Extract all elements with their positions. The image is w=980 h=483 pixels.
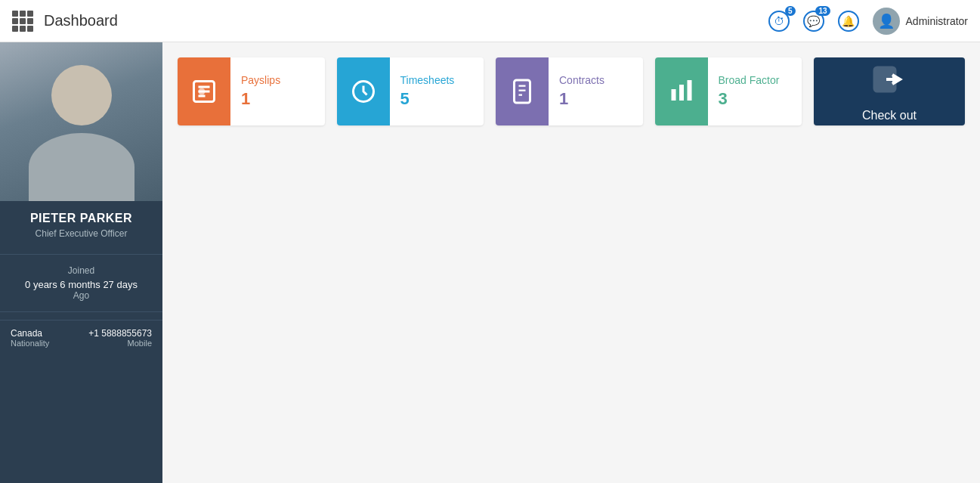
- clock-icon-wrap[interactable]: ⏱ 5: [768, 11, 790, 32]
- header: Dashboard ⏱ 5 💬 13 🔔 👤 Administrator: [0, 0, 980, 42]
- contracts-icon: [496, 57, 549, 125]
- checkout-icon: [871, 61, 907, 104]
- mobile-label: Mobile: [88, 339, 152, 348]
- grid-menu-icon[interactable]: [12, 11, 33, 32]
- profile-contact: Canada Nationality +1 5888855673 Mobile: [0, 320, 162, 355]
- joined-label: Joined: [8, 265, 155, 276]
- profile-title: Chief Executive Officer: [8, 228, 155, 239]
- nationality-label: Nationality: [11, 339, 49, 348]
- profile-name: PIETER PARKER: [8, 212, 155, 225]
- payslips-value: 1: [241, 89, 280, 109]
- timesheets-body: Timesheets 5: [390, 67, 465, 116]
- payslips-icon: [178, 57, 230, 125]
- admin-name: Administrator: [906, 15, 968, 27]
- checkout-label: Check out: [862, 109, 917, 122]
- nationality-info: Canada Nationality: [11, 328, 49, 348]
- contracts-body: Contracts 1: [549, 67, 615, 116]
- payslips-card[interactable]: Payslips 1: [178, 57, 325, 125]
- profile-photo: [0, 42, 162, 201]
- mobile-value: +1 5888855673: [88, 328, 152, 339]
- svg-rect-12: [687, 80, 691, 101]
- page-title: Dashboard: [44, 12, 768, 29]
- header-icons: ⏱ 5 💬 13 🔔 👤 Administrator: [768, 8, 968, 35]
- sidebar: PIETER PARKER Chief Executive Officer Jo…: [0, 42, 162, 483]
- profile-info: PIETER PARKER Chief Executive Officer: [0, 201, 162, 246]
- broad-factor-icon: [655, 57, 708, 125]
- mobile-info: +1 5888855673 Mobile: [88, 328, 152, 348]
- broad-factor-value: 3: [719, 89, 780, 109]
- payslips-body: Payslips 1: [230, 67, 291, 116]
- timesheets-label: Timesheets: [400, 74, 455, 86]
- content-area: Payslips 1 Timesheets 5: [162, 42, 980, 483]
- joined-value: 0 years 6 months 27 days: [8, 279, 155, 290]
- chat-icon-wrap[interactable]: 💬 13: [803, 11, 824, 32]
- bell-icon: 🔔: [838, 11, 859, 32]
- contracts-card[interactable]: Contracts 1: [496, 57, 643, 125]
- admin-section[interactable]: 👤 Administrator: [873, 8, 968, 35]
- timesheets-icon: [337, 57, 390, 125]
- svg-point-4: [199, 88, 206, 95]
- broad-factor-body: Broad Factor 3: [708, 67, 790, 116]
- svg-rect-10: [671, 89, 675, 101]
- main-layout: PIETER PARKER Chief Executive Officer Jo…: [0, 42, 980, 483]
- cards-row: Payslips 1 Timesheets 5: [178, 57, 965, 125]
- payslips-label: Payslips: [241, 74, 280, 86]
- contracts-label: Contracts: [559, 74, 604, 86]
- bell-icon-wrap[interactable]: 🔔: [838, 11, 859, 32]
- broad-factor-card[interactable]: Broad Factor 3: [655, 57, 802, 125]
- svg-rect-6: [515, 80, 530, 103]
- contracts-value: 1: [559, 89, 604, 109]
- avatar: 👤: [873, 8, 900, 35]
- broad-factor-label: Broad Factor: [719, 74, 780, 86]
- checkout-card[interactable]: Check out: [814, 57, 965, 125]
- profile-joined: Joined 0 years 6 months 27 days Ago: [0, 254, 162, 312]
- nationality-value: Canada: [11, 328, 49, 339]
- timesheets-card[interactable]: Timesheets 5: [337, 57, 484, 125]
- timesheets-value: 5: [400, 89, 455, 109]
- clock-badge: 5: [785, 6, 796, 16]
- svg-rect-11: [679, 85, 684, 101]
- joined-suffix: Ago: [8, 290, 155, 301]
- chat-badge: 13: [815, 6, 830, 16]
